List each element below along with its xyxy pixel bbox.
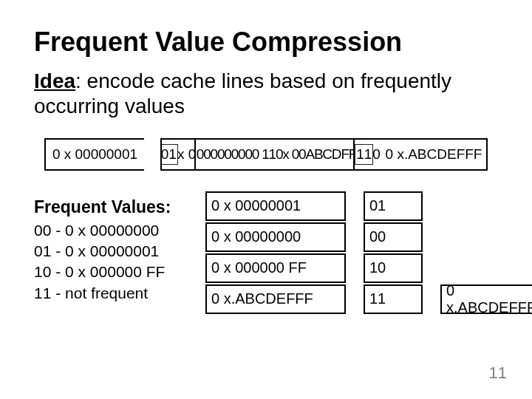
table-extra-0 (440, 191, 532, 221)
cache-cell-3a: 11 (355, 144, 373, 165)
table-code-0: 01 (364, 191, 423, 221)
table-val-2: 0 x 000000 FF (205, 253, 346, 283)
cache-cell-3b: 0 (372, 146, 381, 163)
cache-cell-gap (144, 138, 160, 171)
page-number: 11 (489, 364, 507, 383)
fv-row-3: 11 - not frequent (34, 283, 189, 304)
idea-text: : encode cache lines based on frequently… (34, 69, 451, 117)
table-code-1: 00 (364, 222, 423, 252)
frequent-values-legend: Frequent Values: 00 - 0 x 00000000 01 - … (34, 191, 189, 304)
slide-title: Frequent Value Compression (34, 27, 498, 57)
table-extra-1 (440, 222, 532, 252)
table-val-1: 0 x 00000000 (205, 222, 346, 252)
cache-cell-1: 01x 0 (160, 138, 194, 171)
cache-line-diagram: 0 x 00000001 01x 0 0 x 000000000 110x 00… (44, 138, 488, 171)
fv-row-1: 01 - 0 x 00000001 (34, 241, 189, 262)
cache-cell-2: 0 x 000000000 110x 00ABCDFFFF (194, 138, 353, 171)
table-val-3: 0 x.ABCDEFFF (205, 284, 346, 314)
fv-list: 00 - 0 x 00000000 01 - 0 x 00000001 10 -… (34, 220, 189, 304)
cache-cell-4: 0 x.ABCDEFFF (381, 138, 488, 171)
table-code-3: 11 (364, 284, 423, 314)
cache-cell-0: 0 x 00000001 (44, 138, 144, 171)
lower-section: Frequent Values: 00 - 0 x 00000000 01 - … (34, 191, 498, 314)
cache-cell-3: 110 (353, 138, 381, 171)
table-code-2: 10 (364, 253, 423, 283)
table-extra-2 (440, 253, 532, 283)
fv-heading: Frequent Values: (34, 197, 189, 217)
table-val-0: 0 x 00000001 (205, 191, 346, 221)
fv-row-2: 10 - 0 x 000000 FF (34, 262, 189, 282)
encoding-table: 0 x 00000001 01 0 x 00000000 00 0 x 0000… (205, 191, 532, 314)
idea-line: Idea: encode cache lines based on freque… (34, 69, 498, 118)
cache-cell-1a: 01 (160, 144, 178, 165)
cache-cell-1b: x 0 (177, 146, 194, 163)
idea-label: Idea (34, 69, 75, 92)
fv-row-0: 00 - 0 x 00000000 (34, 220, 189, 241)
table-extra-3: 0 x.ABCDEFFF (440, 284, 532, 314)
